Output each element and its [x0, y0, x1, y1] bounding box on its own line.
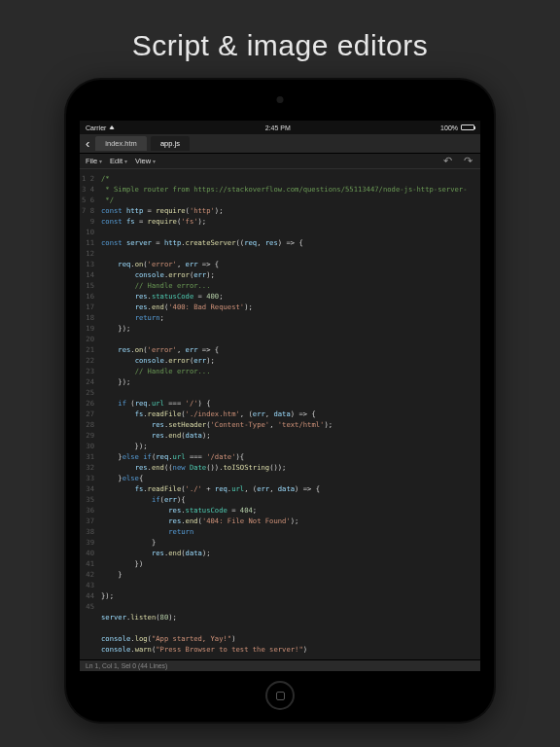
menu-edit[interactable]: Edit▾	[110, 157, 127, 165]
tab-bar: ‹ index.htm app.js	[80, 134, 480, 154]
chevron-down-icon: ▾	[153, 158, 156, 164]
page-headline: Script & image editors	[0, 0, 560, 80]
home-button[interactable]	[265, 681, 295, 710]
back-button[interactable]: ‹	[84, 137, 91, 150]
camera-dot	[277, 96, 284, 103]
redo-button[interactable]: ↷	[462, 155, 474, 167]
tab-index-htm[interactable]: index.htm	[95, 136, 147, 151]
battery-icon	[461, 124, 474, 130]
menu-view[interactable]: View▾	[135, 157, 156, 165]
device-frame: Carrier 2:45 PM 100% ‹ index.htm app.js …	[66, 80, 494, 722]
clock-label: 2:45 PM	[265, 124, 291, 131]
undo-button[interactable]: ↶	[441, 155, 454, 167]
tab-app-js[interactable]: app.js	[151, 136, 190, 151]
menu-file[interactable]: File▾	[86, 157, 102, 165]
home-icon	[276, 692, 285, 700]
battery-label: 100%	[440, 124, 458, 131]
editor-status: Ln 1, Col 1, Sel 0 (44 Lines)	[80, 659, 480, 671]
wifi-icon	[109, 125, 115, 129]
code-editor[interactable]: 1 2 3 4 5 6 7 8 9 10 11 12 13 14 15 16 1…	[80, 169, 480, 659]
status-bar: Carrier 2:45 PM 100%	[80, 121, 480, 134]
line-gutter: 1 2 3 4 5 6 7 8 9 10 11 12 13 14 15 16 1…	[80, 169, 97, 659]
chevron-down-icon: ▾	[99, 158, 102, 164]
chevron-down-icon: ▾	[124, 158, 127, 164]
menu-bar: File▾ Edit▾ View▾ ↶ ↷	[80, 154, 480, 169]
screen: Carrier 2:45 PM 100% ‹ index.htm app.js …	[80, 121, 480, 671]
code-area[interactable]: /* * Simple router from https://stackove…	[97, 169, 480, 659]
carrier-label: Carrier	[86, 124, 106, 131]
